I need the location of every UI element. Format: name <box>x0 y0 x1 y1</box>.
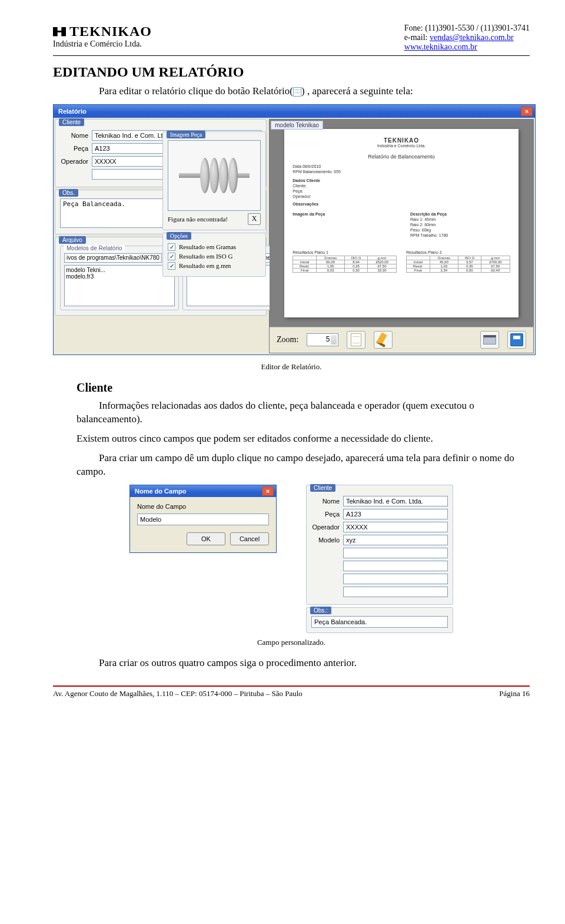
edit-button[interactable] <box>374 331 393 349</box>
panel-obs-title: Obs.: <box>310 607 331 614</box>
modelos-title: Modelos de Relatório <box>64 245 125 251</box>
caption-editor: Editor de Relatório. <box>53 362 530 372</box>
preview-table-plano1: GramasISO Gg.mm Inicial56,008,942520,00 … <box>293 256 397 273</box>
paragraph-create-field: Para criar um campo dê um duplo clique n… <box>77 452 530 479</box>
list-item[interactable]: modelo.fr3 <box>66 273 173 280</box>
subgroup-modelos: Modelos de Relatório ivos de programas\T… <box>60 246 179 310</box>
group-cliente-title: Cliente <box>59 118 84 126</box>
subheading-cliente: Cliente <box>77 381 530 395</box>
zoom-label: Zoom: <box>277 335 298 345</box>
preview-tab[interactable]: modelo Teknikao <box>271 121 323 130</box>
group-obs-title: Obs. <box>59 189 78 197</box>
panel-input-nome[interactable] <box>343 496 448 506</box>
checkbox-isog[interactable]: ✓ <box>168 253 175 260</box>
caption-custom-field: Campo personalizado. <box>53 638 530 647</box>
panel-input-extra2[interactable] <box>343 561 448 571</box>
checkbox-gmm[interactable]: ✓ <box>168 262 175 270</box>
part-image-box <box>168 140 261 211</box>
panel-input-modelo[interactable] <box>343 535 448 545</box>
header-contact: Fone: (11)3901-5530 / (11)3901-3741 e-ma… <box>404 24 530 52</box>
group-opcoes: Opções ✓Resultado em Gramas ✓Resultado e… <box>162 233 266 277</box>
close-icon[interactable]: × <box>262 486 274 496</box>
clear-image-button[interactable]: X <box>248 213 261 225</box>
email-label: e-mail: <box>404 33 430 42</box>
paragraph-cliente-info: Informações relacionadas aos dados do cl… <box>77 399 530 426</box>
panel-input-extra4[interactable] <box>343 587 448 597</box>
field-name-dialog: Nome do Campo × Nome do Campo OK Cancel <box>129 485 277 553</box>
footer-rule <box>53 685 530 687</box>
email-link[interactable]: vendas@teknikao.com.br <box>430 33 514 42</box>
footer-page: Página 16 <box>499 689 530 698</box>
preview-pane: modelo Teknikao TEKNIKAO Indústria e Com… <box>269 119 534 353</box>
intro-paragraph: Para editar o relatório clique do botão … <box>77 85 530 98</box>
header-left: TEKNIKAO Indústria e Comércio Ltda. <box>53 24 152 52</box>
save-button[interactable] <box>507 331 526 349</box>
label-nome: Nome <box>60 132 88 139</box>
list-item[interactable]: modelo Tekni... <box>66 267 173 273</box>
phone-line: Fone: (11)3901-5530 / (11)3901-3741 <box>404 24 530 33</box>
preview-brand-sub: Indústria e Comércio Ltda. <box>293 144 510 148</box>
panel-obs: Obs.: <box>306 607 453 633</box>
paragraph-extra-fields: Existem outros cinco campos que podem se… <box>77 432 530 446</box>
report-button-icon <box>293 87 301 97</box>
panel-input-operador[interactable] <box>343 522 448 532</box>
print-button[interactable] <box>480 331 499 349</box>
ok-button[interactable]: OK <box>187 532 225 545</box>
header-rule <box>53 55 530 56</box>
modelos-listbox[interactable]: modelo Tekni... modelo.fr3 <box>64 265 175 306</box>
preview-report-title: Relatório de Balanceamento <box>293 154 510 160</box>
teknikao-logo-icon <box>53 27 66 37</box>
checkbox-gramas[interactable]: ✓ <box>168 243 175 251</box>
panel-input-extra3[interactable] <box>343 574 448 584</box>
dialog-field-input[interactable] <box>137 514 269 525</box>
group-opcoes-title: Opções <box>167 232 191 240</box>
group-imagem-title: Imagem Peça <box>167 131 205 138</box>
paragraph-repeat: Para criar os outros quatro campos siga … <box>77 657 530 670</box>
zoom-stepper[interactable]: 5 <box>307 333 338 346</box>
group-arquivo-title: Arquivo <box>59 236 86 244</box>
dialog-field-label: Nome do Campo <box>137 503 269 510</box>
report-editor-window: Relatório × Cliente Nome Peça Operador O… <box>53 104 536 355</box>
close-icon[interactable]: × <box>521 107 533 116</box>
preview-page: TEKNIKAO Indústria e Comércio Ltda. Rela… <box>284 129 518 317</box>
label-operador: Operador <box>60 158 88 165</box>
modelos-path[interactable]: ivos de programas\Teknikao\NK780 <box>64 253 162 263</box>
panel-cliente-title: Cliente <box>310 484 335 492</box>
panel-input-peca[interactable] <box>343 509 448 519</box>
panel-cliente: Cliente Nome Peça Operador Modelo <box>306 485 453 605</box>
label-peca: Peça <box>60 145 88 152</box>
editor-title: Relatório <box>58 108 87 115</box>
group-imagem: Imagem Peça Figura não encontrada! X <box>162 131 266 230</box>
website-link[interactable]: www.teknikao.com.br <box>404 42 477 51</box>
template-button[interactable] <box>347 331 365 349</box>
preview-table-plano2: GramasISO Gg.mm Inicial45,009,572700,00 … <box>406 256 510 273</box>
company-tagline: Indústria e Comércio Ltda. <box>53 39 152 49</box>
panel-obs-input[interactable] <box>311 616 448 628</box>
image-notfound-label: Figura não encontrada! <box>168 216 228 223</box>
footer-address: Av. Agenor Couto de Magalhães, 1.110 – C… <box>53 689 303 698</box>
company-name: TEKNIKAO <box>69 24 152 39</box>
preview-brand: TEKNIKAO <box>293 137 510 144</box>
section-heading: EDITANDO UM RELATÓRIO <box>53 64 530 80</box>
dialog-title: Nome do Campo <box>135 488 186 495</box>
panel-input-extra1[interactable] <box>343 548 448 558</box>
cancel-button[interactable]: Cancel <box>230 532 269 545</box>
